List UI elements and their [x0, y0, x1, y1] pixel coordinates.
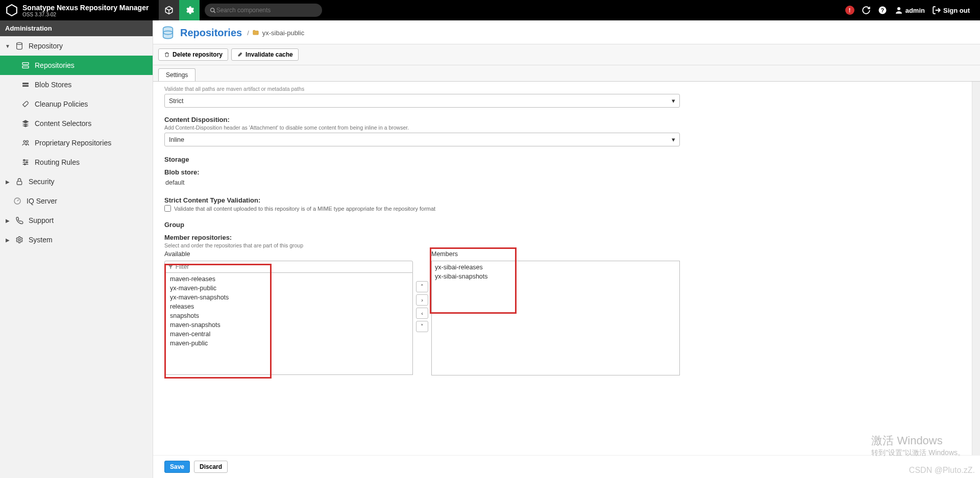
- list-item[interactable]: yx-maven-public: [165, 284, 412, 293]
- product-name: Sonatype Nexus Repository Manager: [22, 4, 149, 12]
- discard-button[interactable]: Discard: [194, 461, 228, 473]
- remove-button[interactable]: ‹: [416, 308, 428, 319]
- breadcrumb-item[interactable]: yx-sibai-public: [262, 29, 304, 37]
- storage-section-title: Storage: [164, 156, 969, 163]
- content-disposition-hint: Add Content-Disposition header as 'Attac…: [164, 124, 680, 131]
- chevron-right-icon: ▶: [5, 179, 10, 185]
- list-item[interactable]: maven-central: [165, 330, 412, 339]
- move-up-button[interactable]: ˄: [416, 281, 428, 292]
- database-icon: [161, 26, 175, 40]
- sidebar-item-cleanup[interactable]: Cleanup Policies: [0, 94, 153, 114]
- sidebar-item-support[interactable]: ▶ Support: [0, 211, 153, 230]
- add-button[interactable]: ›: [416, 294, 428, 306]
- svg-point-14: [26, 162, 28, 163]
- strict-ctv-label: Strict Content Type Validation:: [164, 196, 680, 204]
- members-title: Members: [431, 250, 680, 258]
- sidebar-item-contentselectors[interactable]: Content Selectors: [0, 114, 153, 133]
- svg-rect-16: [17, 181, 21, 185]
- list-item[interactable]: maven-public: [165, 339, 412, 348]
- available-filter[interactable]: [164, 261, 413, 273]
- database-icon: [15, 42, 23, 50]
- list-item[interactable]: releases: [165, 302, 412, 311]
- transfer-buttons: ˄ › ‹ ˅: [416, 281, 428, 332]
- form-actions: Save Discard: [153, 455, 980, 478]
- content-disposition-select[interactable]: Inline ▾: [164, 133, 680, 146]
- user-menu[interactable]: admin: [894, 6, 925, 15]
- members-label: Member repositories:: [164, 234, 680, 241]
- refresh-button[interactable]: [862, 6, 871, 15]
- sidebar: Administration ▼ Repository Repositories…: [0, 20, 153, 478]
- product-version: OSS 3.37.3-02: [22, 12, 149, 17]
- tabs: Settings: [153, 65, 980, 82]
- hdd-icon: [21, 81, 30, 89]
- dashboard-icon: [13, 197, 21, 205]
- phone-icon: [15, 216, 23, 224]
- chevron-right-icon: ▶: [5, 237, 10, 243]
- available-title: Available: [164, 250, 413, 258]
- header-right: ! ? admin Sign out: [845, 6, 975, 15]
- blobstore-value: default: [164, 177, 680, 188]
- search-input[interactable]: [216, 7, 317, 14]
- mode-buttons: [159, 0, 200, 20]
- lock-icon: [15, 178, 23, 186]
- sidebar-item-routing[interactable]: Routing Rules: [0, 153, 153, 172]
- members-list[interactable]: yx-sibai-releasesyx-sibai-snapshots: [431, 261, 680, 375]
- available-list[interactable]: maven-releasesyx-maven-publicyx-maven-sn…: [164, 273, 413, 375]
- chevron-down-icon: ▾: [672, 97, 675, 105]
- user-label: admin: [905, 7, 925, 14]
- svg-marker-0: [7, 5, 17, 16]
- admin-mode-button[interactable]: [179, 0, 200, 20]
- sidebar-item-proprietary[interactable]: Proprietary Repositories: [0, 133, 153, 153]
- save-button[interactable]: Save: [164, 461, 190, 473]
- filter-icon: [168, 264, 174, 270]
- sidebar-item-iq[interactable]: IQ Server: [0, 191, 153, 211]
- folder-icon: [252, 29, 259, 36]
- gear-icon: [15, 236, 23, 244]
- svg-point-6: [17, 42, 22, 44]
- list-item[interactable]: maven-releases: [165, 274, 412, 284]
- chevron-right-icon: ▶: [5, 218, 10, 223]
- truncated-hint: Validate that all paths are maven artifa…: [164, 86, 969, 92]
- list-item[interactable]: yx-sibai-releases: [435, 263, 676, 272]
- svg-point-11: [23, 140, 26, 142]
- tab-settings[interactable]: Settings: [158, 68, 195, 81]
- sidebar-item-repositories[interactable]: Repositories: [0, 56, 153, 75]
- svg-point-18: [18, 239, 20, 241]
- sidebar-item-blobstores[interactable]: Blob Stores: [0, 75, 153, 94]
- svg-point-13: [23, 160, 25, 161]
- signout-label: Sign out: [943, 7, 970, 14]
- signout-button[interactable]: Sign out: [932, 6, 970, 15]
- sidebar-item-repository[interactable]: ▼ Repository: [0, 36, 153, 56]
- sidebar-section-header: Administration: [0, 20, 153, 36]
- sliders-icon: [21, 158, 30, 166]
- list-item[interactable]: snapshots: [165, 311, 412, 320]
- delete-repository-button[interactable]: Delete repository: [158, 48, 228, 61]
- move-down-button[interactable]: ˅: [416, 321, 428, 332]
- alert-icon[interactable]: !: [845, 6, 854, 15]
- invalidate-cache-button[interactable]: Invalidate cache: [231, 48, 299, 61]
- layout-policy-select[interactable]: Strict ▾: [164, 94, 680, 108]
- sidebar-item-security[interactable]: ▶ Security: [0, 172, 153, 191]
- scrollbar[interactable]: [972, 82, 980, 455]
- page-title: Repositories: [180, 27, 242, 39]
- svg-text:?: ?: [880, 7, 884, 13]
- page-header: Repositories / yx-sibai-public: [153, 20, 980, 44]
- content-disposition-label: Content Disposition:: [164, 116, 680, 123]
- svg-rect-8: [22, 66, 29, 68]
- svg-rect-9: [22, 83, 29, 84]
- list-item[interactable]: yx-maven-snapshots: [165, 293, 412, 302]
- filter-input[interactable]: [176, 263, 409, 270]
- form-area[interactable]: Validate that all paths are maven artifa…: [153, 82, 980, 455]
- strict-ctv-checkbox[interactable]: [164, 205, 171, 212]
- svg-point-5: [897, 7, 900, 10]
- members-hint: Select and order the repositories that a…: [164, 242, 680, 248]
- help-button[interactable]: ?: [878, 6, 887, 15]
- server-icon: [21, 61, 30, 69]
- browse-mode-button[interactable]: [159, 0, 179, 20]
- list-item[interactable]: maven-snapshots: [165, 320, 412, 330]
- list-item[interactable]: yx-sibai-snapshots: [435, 272, 676, 281]
- sidebar-item-system[interactable]: ▶ System: [0, 230, 153, 249]
- search-box[interactable]: [205, 4, 322, 17]
- member-transfer: Available maven-releasesyx-maven-publicy…: [164, 250, 680, 375]
- people-icon: [21, 139, 30, 147]
